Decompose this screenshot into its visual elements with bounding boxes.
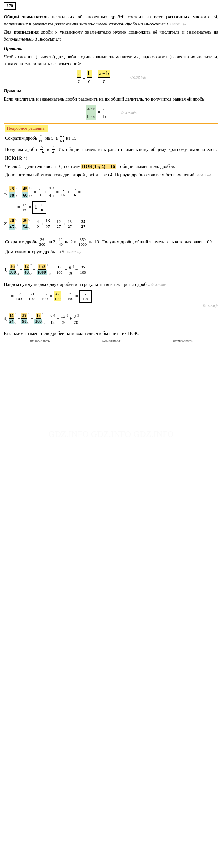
- main-num-12-40: 12: [24, 264, 29, 270]
- d16b: 16: [38, 192, 43, 197]
- minus-4a: −: [18, 313, 20, 324]
- d16e: 16: [22, 207, 27, 212]
- d16d: 16: [71, 192, 76, 197]
- minus-3b: −: [75, 265, 78, 275]
- minus-4b: −: [57, 313, 59, 324]
- n7ans: 7: [84, 291, 87, 297]
- ann-top-5: :5: [15, 185, 18, 192]
- d16c: 16: [60, 192, 65, 197]
- ann-den-54: 54:2: [22, 224, 31, 231]
- frac-ac-bc: ac:c bc:c: [86, 105, 96, 120]
- frac-36-300-inline: 36 300: [38, 237, 46, 247]
- problem-2: 2) 20:5 45:5 + 26:2 54:2 =: [4, 217, 218, 231]
- ann-num-45: 45:15: [22, 185, 32, 192]
- ann-den-90: 90:3: [22, 319, 30, 327]
- problem-3-explanation: Сократим дробь 36 300 на 3, 12 40 на 2 и…: [4, 235, 218, 259]
- n1ans: 1: [39, 202, 43, 208]
- d100g: 100: [67, 297, 74, 301]
- sol3-text: Сократим дробь 36 300 на 3, 12 40 на 2 и…: [5, 237, 217, 255]
- prob3-note: Найдем сумму первых двух дробей и из рез…: [4, 281, 218, 288]
- problem-3-final: = 12 100 + 30 100 − 35 100 = 42 100: [4, 290, 218, 308]
- d100d: 100: [28, 297, 35, 301]
- frac-5-16-c: 5 16: [60, 187, 65, 197]
- frac-den-b3: b: [102, 113, 106, 120]
- prob1-result: = 17 16 = 1 1 16: [16, 201, 218, 214]
- n350i: 350: [79, 237, 86, 242]
- eq3e: =: [75, 291, 78, 302]
- plus-2c: +: [63, 219, 65, 229]
- eq3c: =: [11, 291, 14, 302]
- sol-step2: Получим дроби 5 16 и 3 4 . Их общий знам…: [5, 145, 217, 162]
- ann-num-12-40: 12:2: [24, 261, 32, 270]
- n35: 35: [81, 265, 86, 270]
- eq1: =: [34, 187, 36, 197]
- frac-350-inline: 350 1000: [78, 237, 87, 247]
- ann-den-45: 45:5: [9, 224, 18, 231]
- ann-num-26: 26:2: [22, 217, 31, 224]
- frac-30-100: 30 100: [28, 291, 35, 301]
- frac-13-27-ann: 13 27: [45, 218, 51, 230]
- label-znam-2: Знаменатель: [101, 338, 121, 344]
- prob3-num: 3): [4, 265, 7, 275]
- frac-13-30-ann: 13·2 30: [60, 312, 68, 326]
- label-znam-3: Знаменатель: [172, 338, 193, 344]
- sol3-p1: Сократим дробь 36 300 на 3, 12 40 на 2 и…: [5, 237, 217, 247]
- solution-header-text: Подробное решение:: [5, 125, 47, 131]
- prob3-row2: = 12 100 + 30 100 − 35 100 = 42 100: [10, 290, 218, 303]
- ann-num-25: 25:5: [9, 185, 18, 192]
- prob3-row1: 3) 36:3 300:3 + 12:2 40:2 −: [4, 261, 218, 278]
- ann-num-36: 36:3: [10, 261, 18, 270]
- ann-top-6: ·5: [72, 263, 74, 270]
- n12: 12: [71, 187, 76, 193]
- frac-7-12-ann: 7·5 12: [50, 312, 56, 326]
- frac-den-c1: c: [77, 78, 81, 85]
- ann-top-3-20: ·3: [77, 312, 79, 319]
- ann-den-100: 100:5: [34, 319, 45, 327]
- n35c: 35: [68, 291, 73, 297]
- page: 270 Общий знаменатель нескольких обыкнов…: [0, 0, 222, 349]
- ann-top-350: :10: [45, 261, 50, 269]
- frac-5-16-b: 5 16: [38, 187, 43, 197]
- ann-num-3: 3·4: [48, 185, 54, 192]
- minus-3c: −: [37, 291, 39, 302]
- frac-12-16: 12 16: [71, 187, 76, 197]
- sol-step4: Дополнительный множитель для второй дроб…: [5, 171, 217, 179]
- n30: 30: [29, 291, 34, 297]
- d27ans: 27: [81, 224, 86, 229]
- main-den-54: 54: [22, 224, 28, 230]
- eq2c: =: [74, 219, 76, 229]
- main-num-45: 45: [22, 186, 28, 192]
- n13b: 13: [67, 219, 72, 224]
- frac-42-100: 42 100: [54, 291, 61, 301]
- d16ans: 16: [38, 207, 43, 212]
- main-den-24: 24: [9, 319, 14, 324]
- n25ans: 25: [81, 219, 86, 224]
- d27c: 27: [67, 224, 72, 229]
- eq2a: =: [32, 219, 34, 229]
- d27b: 27: [56, 224, 61, 229]
- theory-underline-2: домножить: [129, 29, 151, 34]
- znamenatel-labels: Знаменатель Знаменатель Знаменатель: [4, 338, 218, 344]
- plus-2b: +: [41, 219, 43, 229]
- n4a: 4: [36, 219, 39, 224]
- main-num-6: 6: [68, 265, 72, 271]
- main-den-60: 60: [22, 192, 28, 198]
- frac-den-c2: c: [87, 78, 91, 85]
- theory-italic-1: разложения знаменателей каждой дроби на …: [54, 22, 169, 26]
- ann-bot-100: :5: [42, 319, 45, 327]
- plus-3a: +: [20, 265, 22, 275]
- frac-num-a: a: [77, 70, 81, 78]
- main-den-90: 90: [22, 319, 27, 324]
- rule2-text: Если числитель и знаменатель дроби разде…: [4, 96, 218, 103]
- minus-3: −: [33, 265, 35, 275]
- ann-den-80: 80:5: [9, 192, 18, 200]
- frac-b-c: b c: [87, 70, 92, 85]
- d100e: 100: [41, 297, 49, 301]
- n12d: 12: [16, 291, 22, 297]
- watermark-row-3: ©GDZ.info: [4, 304, 218, 308]
- frac-39-90-ann: 39:3 90:3: [22, 311, 30, 327]
- whole-1: 1: [35, 205, 37, 210]
- n25: 25: [38, 133, 44, 139]
- frac-den-b2: bc: [87, 113, 92, 120]
- ann-num-14: 14:2: [9, 311, 17, 319]
